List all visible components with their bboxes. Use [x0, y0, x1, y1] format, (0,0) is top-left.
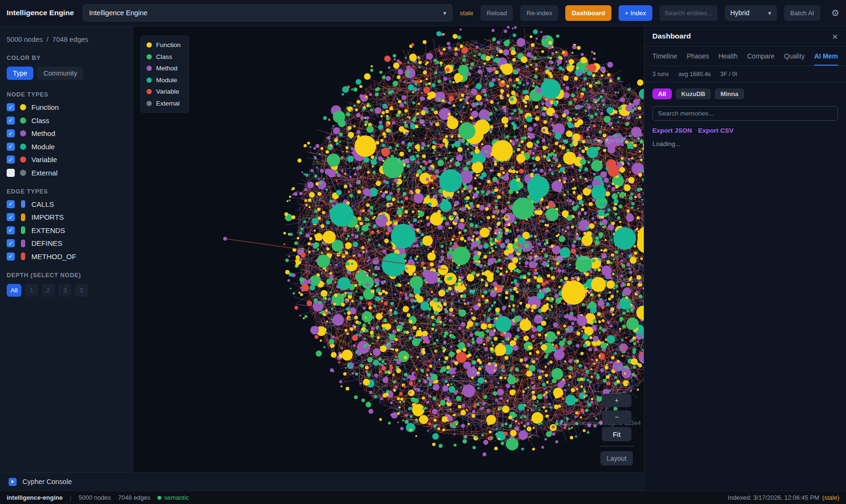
zoom-out-button[interactable]: −: [602, 410, 631, 424]
avg-duration: avg 1680.4s: [679, 71, 711, 78]
checkbox[interactable]: ✓: [7, 200, 15, 208]
legend-label: Module: [156, 77, 177, 84]
depth-option[interactable]: 3: [59, 284, 71, 297]
legend-row: Class: [147, 53, 181, 60]
project-select[interactable]: Intelligence Engine ▾: [83, 4, 453, 21]
node-color-dot: [20, 170, 26, 176]
depth-option[interactable]: 1: [25, 284, 38, 297]
stale-badge: (stale): [822, 494, 839, 501]
memory-search-input[interactable]: [652, 106, 838, 121]
checkbox[interactable]: ✓: [7, 143, 15, 151]
checkbox[interactable]: ✓: [7, 116, 15, 125]
status-divider: |: [70, 494, 71, 501]
legend-label: Function: [156, 41, 181, 48]
color-by-option[interactable]: Type: [7, 67, 33, 80]
node-type-row: ✓ Method: [7, 129, 126, 137]
node-type-row: ✓ Module: [7, 143, 126, 151]
dashboard-panel: Dashboard × Timeline Phases Health Compa…: [644, 26, 846, 491]
legend-color-dot: [147, 78, 152, 83]
color-by-label: COLOR BY: [7, 55, 126, 61]
node-color-dot: [20, 130, 26, 136]
graph-viewport[interactable]: Function Class Method: [133, 26, 644, 472]
node-type-label: Class: [31, 116, 49, 125]
node-type-label: Module: [31, 143, 55, 151]
main-area: 5000 nodes / 7048 edges COLOR BY Type Co…: [0, 26, 846, 491]
stats-divider: /: [47, 36, 49, 43]
export-json-link[interactable]: Export JSON: [652, 127, 692, 134]
panel-tab[interactable]: AI Mem: [814, 47, 838, 66]
chevron-down-icon: ▾: [768, 10, 771, 17]
status-nodes: 5000 nodes: [79, 494, 111, 501]
fit-button[interactable]: Fit: [602, 427, 631, 441]
node-type-label: Variable: [31, 155, 57, 164]
run-stats: 3 runs avg 1680.4s 3F / 0I: [644, 66, 846, 82]
checkbox[interactable]: ✓: [7, 169, 15, 177]
filter-chip[interactable]: Minna: [715, 88, 744, 99]
filter-chip[interactable]: All: [652, 88, 672, 99]
semantic-status: semantic: [157, 494, 189, 501]
color-by-option[interactable]: Community: [37, 67, 83, 80]
layout-button[interactable]: Layout: [600, 451, 633, 465]
export-csv-link[interactable]: Export CSV: [698, 127, 733, 134]
dashboard-button[interactable]: Dashboard: [565, 5, 611, 21]
depth-option[interactable]: 2: [42, 284, 55, 297]
depth-selector: All 1 2 3 5: [7, 284, 126, 297]
checkbox[interactable]: ✓: [7, 239, 15, 247]
filter-chip[interactable]: KuzuDB: [676, 88, 711, 99]
reload-button[interactable]: Reload: [481, 5, 513, 21]
node-color-dot: [20, 156, 26, 163]
gear-icon[interactable]: ⚙: [831, 8, 839, 19]
panel-tab[interactable]: Quality: [784, 47, 805, 66]
memory-filter-chips: All KuzuDB Minna: [652, 88, 838, 99]
panel-tab[interactable]: Compare: [747, 47, 775, 66]
panel-tab[interactable]: Phases: [687, 47, 709, 66]
node-type-row: ✓ Class: [7, 116, 126, 125]
close-icon[interactable]: ×: [832, 31, 838, 41]
checkbox[interactable]: ✓: [7, 252, 15, 261]
legend-label: Variable: [156, 88, 179, 95]
reindex-button[interactable]: Re-index: [520, 5, 558, 21]
edge-color-pill: [21, 240, 25, 247]
node-count: 5000 nodes: [7, 36, 43, 43]
edge-color-pill: [21, 226, 25, 234]
node-types-label: NODE TYPES: [7, 91, 126, 98]
graph-canvas[interactable]: [133, 26, 644, 472]
node-type-row: ✓ Variable: [7, 155, 126, 164]
controls-divider: [599, 446, 634, 446]
semantic-dot: [157, 496, 161, 500]
fail-stat: 3F / 0I: [720, 71, 737, 78]
checkbox[interactable]: ✓: [7, 103, 15, 111]
indexed-timestamp: Indexed: 3/17/2026, 12:06:45 PM: [728, 494, 819, 501]
checkbox[interactable]: ✓: [7, 155, 15, 164]
node-type-label: Method: [31, 129, 55, 137]
legend-row: External: [147, 100, 181, 107]
batch-ai-button[interactable]: Batch AI: [784, 5, 820, 21]
panel-tab[interactable]: Timeline: [652, 47, 677, 66]
edge-type-label: DEFINES: [31, 239, 62, 247]
edge-color-pill: [21, 213, 25, 221]
depth-option[interactable]: All: [7, 284, 21, 297]
zoom-controls: + − Fit Layout: [599, 394, 634, 465]
top-bar: Intelligence Engine Intelligence Engine …: [0, 0, 846, 26]
node-types-list: ✓ Function ✓ Class ✓: [7, 103, 126, 177]
legend-label: Method: [156, 65, 177, 72]
mode-select[interactable]: Hybrid ▾: [725, 5, 777, 21]
depth-option[interactable]: 5: [75, 284, 88, 297]
checkbox[interactable]: ✓: [7, 129, 15, 137]
play-icon: [9, 478, 17, 486]
status-project: intelligence-engine: [7, 494, 63, 501]
legend-color-dot: [147, 66, 152, 71]
legend-row: Function: [147, 41, 181, 48]
panel-tab[interactable]: Health: [718, 47, 738, 66]
zoom-in-button[interactable]: +: [602, 394, 631, 407]
add-index-button[interactable]: + Index: [619, 5, 652, 21]
node-color-dot: [20, 104, 26, 110]
edge-type-label: METHOD_OF: [31, 252, 76, 261]
graph-legend: Function Class Method: [140, 36, 189, 113]
cypher-console-toggle[interactable]: Cypher Console: [0, 472, 644, 491]
edge-type-row: ✓ IMPORTS: [7, 213, 126, 221]
entity-search-input[interactable]: [659, 5, 718, 21]
checkbox[interactable]: ✓: [7, 226, 15, 234]
node-type-label: Function: [31, 103, 59, 111]
checkbox[interactable]: ✓: [7, 213, 15, 221]
